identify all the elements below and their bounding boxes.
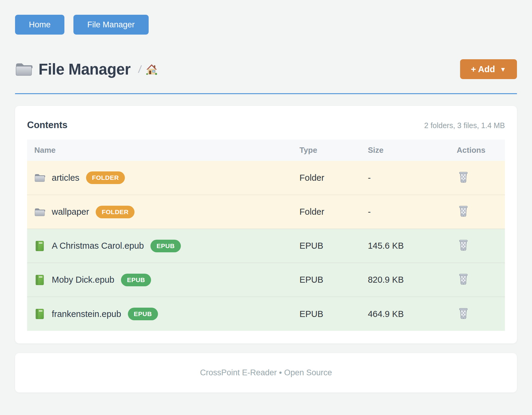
delete-button[interactable]	[458, 171, 469, 183]
book-icon	[34, 241, 45, 251]
trash-icon	[458, 307, 469, 319]
top-nav: Home File Manager	[15, 0, 517, 35]
contents-heading: Contents	[27, 120, 67, 131]
table-row[interactable]: frankenstein.epub EPUB EPUB 464.9 KB	[27, 297, 505, 331]
file-name: Moby Dick.epub	[52, 275, 114, 285]
title-group: File Manager /	[15, 60, 460, 78]
delete-button[interactable]	[458, 273, 469, 285]
file-size: -	[360, 195, 449, 229]
delete-button[interactable]	[458, 205, 469, 217]
file-manager-button[interactable]: File Manager	[73, 15, 149, 35]
footer-text: CrossPoint E-Reader • Open Source	[200, 368, 332, 377]
home-button[interactable]: Home	[15, 15, 64, 35]
page: Home File Manager File Manager / + Add ▼…	[0, 0, 532, 392]
file-name: A Christmas Carol.epub	[52, 241, 144, 251]
house-icon[interactable]	[145, 63, 158, 75]
file-size: -	[360, 161, 449, 195]
trash-icon	[458, 205, 469, 217]
add-button[interactable]: + Add ▼	[460, 59, 517, 79]
trash-icon	[458, 171, 469, 183]
file-type: EPUB	[292, 229, 360, 263]
delete-button[interactable]	[458, 307, 469, 319]
chevron-down-icon: ▼	[500, 66, 506, 73]
type-badge: EPUB	[150, 240, 181, 252]
file-name: articles	[52, 173, 79, 183]
footer: CrossPoint E-Reader • Open Source	[15, 353, 517, 392]
trash-icon	[458, 273, 469, 285]
folder-icon	[15, 62, 32, 77]
accent-divider	[15, 93, 517, 94]
contents-card: Contents 2 folders, 3 files, 1.4 MB Name…	[15, 106, 517, 343]
column-header-actions: Actions	[450, 140, 505, 161]
table-row[interactable]: wallpaper FOLDER Folder -	[27, 195, 505, 229]
page-title: File Manager	[39, 60, 131, 78]
column-header-size: Size	[360, 140, 449, 161]
files-table: Name Type Size Actions articles FOLDER F…	[27, 140, 505, 331]
table-row[interactable]: articles FOLDER Folder -	[27, 161, 505, 195]
type-badge: FOLDER	[86, 171, 125, 184]
file-size: 464.9 KB	[360, 297, 449, 331]
file-name: frankenstein.epub	[52, 309, 121, 319]
type-badge: EPUB	[128, 308, 158, 320]
contents-summary: 2 folders, 3 files, 1.4 MB	[424, 121, 505, 130]
add-button-label: + Add	[471, 64, 495, 74]
contents-card-header: Contents 2 folders, 3 files, 1.4 MB	[27, 120, 505, 131]
file-type: EPUB	[292, 263, 360, 297]
trash-icon	[458, 239, 469, 251]
column-header-name: Name	[27, 140, 292, 161]
table-row[interactable]: A Christmas Carol.epub EPUB EPUB 145.6 K…	[27, 229, 505, 263]
file-type: Folder	[292, 161, 360, 195]
column-header-type: Type	[292, 140, 360, 161]
book-icon	[34, 309, 45, 319]
page-header: File Manager / + Add ▼	[15, 59, 517, 79]
table-header-row: Name Type Size Actions	[27, 140, 505, 161]
contents-table-body: articles FOLDER Folder - wallpaper FOLDE…	[27, 161, 505, 331]
book-icon	[34, 275, 45, 285]
type-badge: FOLDER	[96, 206, 135, 218]
file-size: 820.9 KB	[360, 263, 449, 297]
file-type: EPUB	[292, 297, 360, 331]
delete-button[interactable]	[458, 239, 469, 251]
file-size: 145.6 KB	[360, 229, 449, 263]
file-name: wallpaper	[52, 207, 89, 217]
folder-icon	[34, 207, 45, 217]
type-badge: EPUB	[121, 274, 151, 286]
file-type: Folder	[292, 195, 360, 229]
breadcrumb-separator: /	[138, 63, 142, 75]
folder-icon	[34, 172, 45, 183]
breadcrumb: /	[138, 63, 158, 75]
table-row[interactable]: Moby Dick.epub EPUB EPUB 820.9 KB	[27, 263, 505, 297]
